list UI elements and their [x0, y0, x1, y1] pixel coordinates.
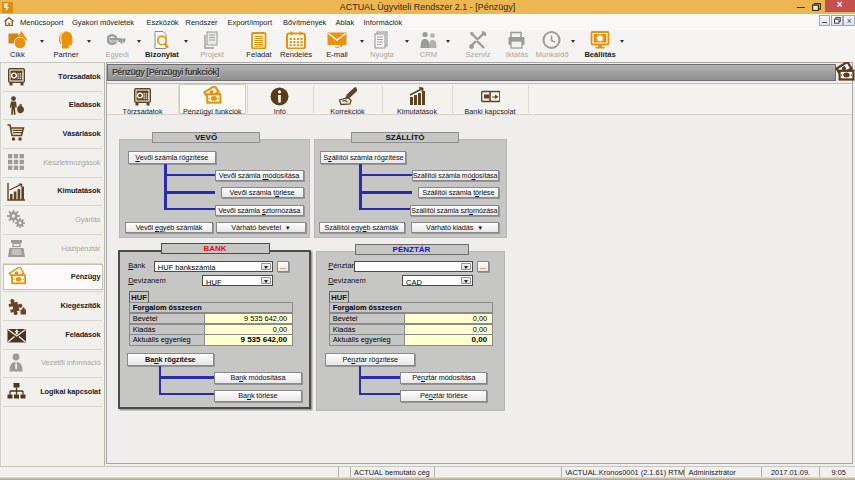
svg-text:0110: 0110 [110, 39, 119, 43]
